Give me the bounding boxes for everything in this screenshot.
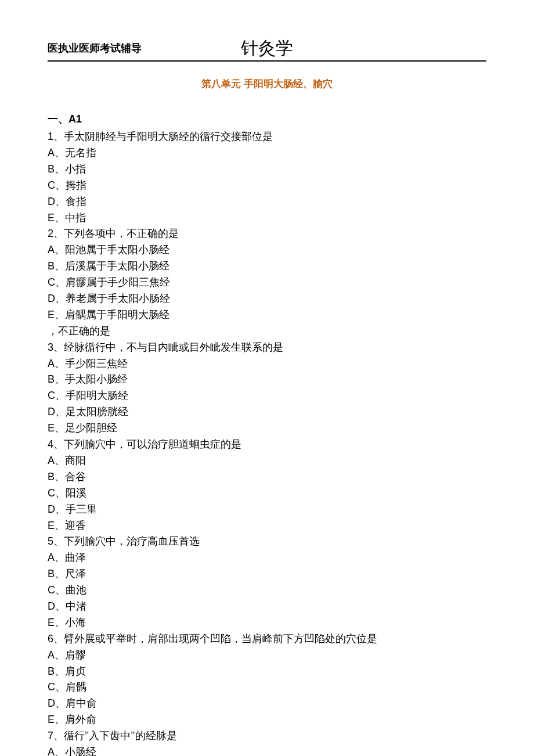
option-text: 、阳溪 <box>55 487 86 499</box>
option-line: E、肩髃属于手阳明大肠经 <box>48 307 486 323</box>
question-stem: 3、经脉循行中，不与目内眦或目外眦发生联系的是 <box>48 340 486 356</box>
option-text: 、手太阳小肠经 <box>55 373 128 385</box>
option-line: A、手少阳三焦经 <box>48 356 486 372</box>
option-text: 、小海 <box>55 617 86 628</box>
option-text: 、手三里 <box>55 503 97 515</box>
option-line: D、肩中俞 <box>48 696 486 712</box>
option-text: 、小肠经 <box>55 746 96 756</box>
option-text: 、肩外俞 <box>55 714 96 725</box>
option-key: A <box>48 358 55 369</box>
option-key: A <box>48 455 55 466</box>
option-text: 、肩髎 <box>55 649 86 661</box>
question-number: 5 <box>48 535 53 547</box>
question-stem: 6、臂外展或平举时，肩部出现两个凹陷，当肩峰前下方凹陷处的穴位是 <box>48 631 486 647</box>
option-line: D、足太阳膀胱经 <box>48 404 486 420</box>
option-line: D、中渚 <box>48 599 486 615</box>
option-line: A、阳池属于手太阳小肠经 <box>48 242 486 258</box>
option-line: E、肩外俞 <box>48 712 486 728</box>
option-key: A <box>48 746 55 756</box>
option-key: C <box>48 487 55 499</box>
question-text: 、下列腧穴中，治疗高血压首选 <box>53 535 200 547</box>
option-line: E、足少阳胆经 <box>48 420 486 437</box>
option-line: E、迎香 <box>48 518 486 534</box>
option-text: 、手阳明大肠经 <box>55 390 128 401</box>
option-key: D <box>48 600 55 612</box>
option-key: B <box>48 471 55 483</box>
option-line: A、曲泽 <box>48 550 486 566</box>
option-key: E <box>48 212 55 224</box>
option-key: A <box>48 552 55 563</box>
header-center: 针灸学 <box>48 35 486 62</box>
option-key: D <box>48 293 55 304</box>
option-line: A、肩髎 <box>48 647 486 664</box>
question-number: 1 <box>48 131 53 142</box>
page: 医执业医师考试辅导 针灸学 第八单元 手阳明大肠经、腧穴 一、A1 1、手太阴肺… <box>0 0 534 756</box>
question-stem: 1、手太阴肺经与手阳明大肠经的循行交接部位是 <box>48 129 486 145</box>
option-text: 、阳池属于手太阳小肠经 <box>55 244 169 255</box>
option-line: A、商阳 <box>48 453 486 469</box>
option-line: B、小指 <box>48 161 486 178</box>
option-line: D、食指 <box>48 194 486 210</box>
option-text: 、肩髃 <box>55 681 86 693</box>
section-label: 一、A1 <box>48 111 486 128</box>
option-text: 、中渚 <box>55 600 86 612</box>
question-number: 4 <box>48 438 53 450</box>
option-line: C、肩髎属于手少阳三焦经 <box>48 275 486 291</box>
option-text: 、足太阳膀胱经 <box>55 406 128 417</box>
option-key: E <box>48 520 55 531</box>
option-text: 、肩髎属于手少阳三焦经 <box>55 276 170 288</box>
question-text: 、下列腧穴中，可以治疗胆道蛔虫症的是 <box>53 438 241 450</box>
option-line: B、合谷 <box>48 469 486 485</box>
option-text: 、曲泽 <box>55 552 86 563</box>
option-text: 、合谷 <box>55 471 86 483</box>
option-line: C、拇指 <box>48 178 486 194</box>
option-line: B、手太阳小肠经 <box>48 372 486 388</box>
question-text: 、下列各项中，不正确的是 <box>53 228 179 239</box>
option-key: E <box>48 309 55 321</box>
option-key: C <box>48 276 55 288</box>
option-line: C、手阳明大肠经 <box>48 388 486 404</box>
question-number: 3 <box>48 341 53 353</box>
option-key: D <box>48 196 55 207</box>
page-header: 医执业医师考试辅导 针灸学 <box>48 41 486 64</box>
question-text: 、手太阴肺经与手阳明大肠经的循行交接部位是 <box>53 131 273 142</box>
option-key: B <box>48 568 55 579</box>
option-line: B、后溪属于手太阳小肠经 <box>48 258 486 275</box>
option-key: D <box>48 697 55 709</box>
option-key: C <box>48 179 55 191</box>
option-key: E <box>48 714 55 725</box>
option-key: E <box>48 617 55 628</box>
option-key: C <box>48 681 55 693</box>
option-text: 、后溪属于手太阳小肠经 <box>55 260 169 272</box>
option-text: 、迎香 <box>55 520 86 531</box>
option-key: B <box>48 163 55 175</box>
option-key: C <box>48 390 55 401</box>
option-key: A <box>48 244 55 255</box>
option-line: D、手三里 <box>48 502 486 518</box>
option-key: D <box>48 503 55 515</box>
question-stem: 2、下列各项中，不正确的是 <box>48 226 486 242</box>
option-line: C、曲池 <box>48 582 486 599</box>
question-text: 、经脉循行中，不与目内眦或目外眦发生联系的是 <box>53 341 283 353</box>
option-text: 、养老属于手太阳小肠经 <box>55 293 170 304</box>
option-key: D <box>48 406 55 417</box>
option-text: 、肩贞 <box>55 665 86 677</box>
question-number: 7 <box>48 730 53 741</box>
option-key: E <box>48 422 55 434</box>
option-text: 、肩中俞 <box>55 697 97 709</box>
option-line: D、养老属于手太阳小肠经 <box>48 291 486 307</box>
question-number: 2 <box>48 228 53 239</box>
question-number: 6 <box>48 633 53 645</box>
question-stem: 7、循行"入下齿中"的经脉是 <box>48 728 486 744</box>
option-key: B <box>48 665 55 677</box>
option-text: 、拇指 <box>55 179 86 191</box>
unit-title: 第八单元 手阳明大肠经、腧穴 <box>48 77 486 92</box>
question-text: 、臂外展或平举时，肩部出现两个凹陷，当肩峰前下方凹陷处的穴位是 <box>53 633 377 645</box>
option-line: C、肩髃 <box>48 679 486 696</box>
question-text: 、循行"入下齿中"的经脉是 <box>53 730 177 741</box>
option-line: E、小海 <box>48 615 486 631</box>
option-text: 、手少阳三焦经 <box>55 358 128 369</box>
option-key: B <box>48 260 55 272</box>
option-line: C、阳溪 <box>48 485 486 502</box>
option-text: 、曲池 <box>55 584 86 596</box>
